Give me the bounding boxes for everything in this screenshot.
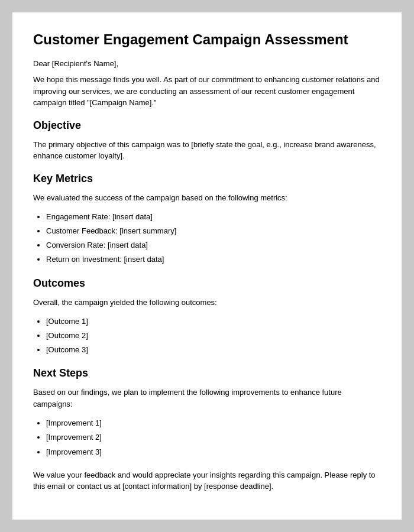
list-item: [Outcome 3] xyxy=(46,343,381,356)
next-steps-list: [Improvement 1] [Improvement 2] [Improve… xyxy=(46,417,381,458)
document-title: Customer Engagement Campaign Assessment xyxy=(33,30,381,48)
section-heading-key-metrics: Key Metrics xyxy=(33,173,381,185)
list-item: Engagement Rate: [insert data] xyxy=(46,210,381,223)
section-paragraph-outcomes: Overall, the campaign yielded the follow… xyxy=(33,297,381,309)
section-heading-next-steps: Next Steps xyxy=(33,367,381,379)
salutation: Dear [Recipient's Name], xyxy=(33,59,381,68)
section-next-steps: Next Steps Based on our findings, we pla… xyxy=(33,367,381,458)
section-paragraph-objective: The primary objective of this campaign w… xyxy=(33,139,381,162)
section-heading-objective: Objective xyxy=(33,119,381,132)
section-paragraph-next-steps: Based on our findings, we plan to implem… xyxy=(33,387,381,410)
list-item: [Outcome 2] xyxy=(46,329,381,342)
section-outcomes: Outcomes Overall, the campaign yielded t… xyxy=(33,277,381,357)
intro-paragraph: We hope this message finds you well. As … xyxy=(33,74,381,109)
list-item: [Improvement 1] xyxy=(46,417,381,430)
section-key-metrics: Key Metrics We evaluated the success of … xyxy=(33,173,381,267)
closing-paragraph: We value your feedback and would appreci… xyxy=(33,469,381,492)
list-item: [Improvement 2] xyxy=(46,431,381,444)
section-paragraph-key-metrics: We evaluated the success of the campaign… xyxy=(33,192,381,204)
key-metrics-list: Engagement Rate: [insert data] Customer … xyxy=(46,210,381,266)
document-container: Customer Engagement Campaign Assessment … xyxy=(12,12,402,520)
list-item: [Outcome 1] xyxy=(46,315,381,328)
list-item: Return on Investment: [insert data] xyxy=(46,253,381,266)
section-heading-outcomes: Outcomes xyxy=(33,277,381,290)
list-item: [Improvement 3] xyxy=(46,446,381,459)
section-objective: Objective The primary objective of this … xyxy=(33,119,381,162)
list-item: Customer Feedback: [insert summary] xyxy=(46,225,381,238)
outcomes-list: [Outcome 1] [Outcome 2] [Outcome 3] xyxy=(46,315,381,356)
list-item: Conversion Rate: [insert data] xyxy=(46,239,381,252)
